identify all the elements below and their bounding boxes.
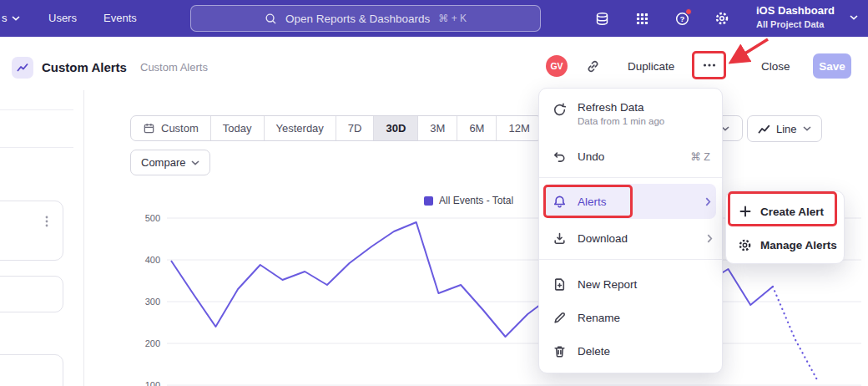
range-3m[interactable]: 3M: [418, 116, 457, 140]
svg-text:500: 500: [145, 213, 160, 223]
range-7d[interactable]: 7D: [336, 116, 375, 140]
submenu-item-create-alert[interactable]: Create Alert: [726, 196, 844, 226]
chevron-down-icon: [12, 16, 20, 21]
chart-type-label: Line: [776, 123, 797, 135]
compare-button[interactable]: Compare: [130, 150, 210, 175]
kebab-icon[interactable]: [41, 215, 53, 228]
menu-item-download[interactable]: Download: [539, 222, 722, 254]
notification-dot: [685, 8, 692, 15]
gear-icon: [738, 238, 752, 252]
duplicate-button[interactable]: Duplicate: [628, 60, 674, 73]
menu-item-new-report[interactable]: New Report: [539, 268, 722, 300]
compare-label: Compare: [141, 156, 185, 169]
sidebar-card[interactable]: [0, 201, 63, 261]
nav-partial-label: s: [2, 12, 8, 24]
svg-text:?: ?: [679, 13, 684, 23]
menu-sublabel: Data from 1 min ago: [578, 116, 664, 126]
range-30d[interactable]: 30D: [374, 116, 418, 140]
menu-item-delete[interactable]: Delete: [539, 335, 722, 367]
menu-item-alerts[interactable]: Alerts: [545, 184, 716, 219]
submenu-label: Manage Alerts: [760, 239, 837, 251]
search-icon: [265, 13, 277, 25]
menu-divider: [539, 259, 722, 260]
nav-icon-group: ?: [594, 11, 729, 26]
plus-icon: [738, 205, 752, 219]
top-navbar: s Users Events Open Reports & Dashboards…: [0, 0, 868, 37]
nav-item-partial[interactable]: s: [2, 12, 20, 24]
menu-label: New Report: [578, 278, 637, 291]
link-icon[interactable]: [586, 59, 600, 74]
svg-text:100: 100: [145, 380, 160, 386]
new-report-icon: [553, 277, 567, 292]
data-icon[interactable]: [594, 11, 609, 26]
range-6m[interactable]: 6M: [457, 116, 497, 140]
nav-item-users[interactable]: Users: [48, 12, 77, 24]
chart-type-button[interactable]: Line: [747, 115, 822, 142]
chevron-down-icon: [850, 15, 858, 20]
avatar[interactable]: GV: [546, 55, 568, 77]
chevron-right-icon: [705, 197, 711, 206]
menu-divider: [539, 177, 722, 178]
pencil-icon: [553, 311, 567, 325]
menu-item-rename[interactable]: Rename: [539, 302, 722, 333]
more-options-button[interactable]: [695, 53, 723, 77]
project-name: iOS Dashboard: [756, 4, 860, 17]
menu-label: Undo: [578, 150, 604, 163]
alerts-submenu: Create Alert Manage Alerts: [725, 190, 845, 264]
menu-label: Download: [578, 232, 628, 245]
range-today[interactable]: Today: [211, 116, 265, 140]
page-title: Custom Alerts: [42, 60, 127, 74]
submenu-item-manage-alerts[interactable]: Manage Alerts: [726, 230, 844, 260]
sidebar-card[interactable]: [0, 354, 63, 386]
chevron-right-icon: [707, 234, 713, 243]
nav-item-events[interactable]: Events: [103, 12, 137, 24]
range-yesterday[interactable]: Yesterday: [265, 116, 336, 140]
gear-icon[interactable]: [714, 11, 729, 26]
menu-item-refresh-data[interactable]: Refresh Data Data from 1 min ago: [539, 95, 722, 135]
undo-icon: [553, 150, 567, 164]
report-header: Custom Alerts Custom Alerts GV Duplicate…: [0, 37, 868, 90]
breadcrumb: Custom Alerts: [140, 61, 208, 74]
svg-text:400: 400: [145, 255, 160, 265]
range-custom[interactable]: Custom: [131, 116, 211, 140]
line-chart-icon: [758, 124, 770, 135]
calendar-icon: [143, 122, 155, 135]
project-scope: All Project Data: [756, 19, 860, 29]
menu-label: Rename: [578, 312, 620, 324]
menu-item-undo[interactable]: Undo ⌘ Z: [539, 140, 722, 172]
range-label: Custom: [161, 122, 199, 135]
svg-text:200: 200: [145, 338, 160, 348]
range-12m[interactable]: 12M: [497, 116, 541, 140]
apps-grid-icon[interactable]: [634, 11, 649, 26]
sidebar-row-divider: [0, 147, 73, 148]
bell-icon: [553, 195, 567, 209]
sidebar-row-divider: [0, 109, 73, 110]
app-window: s Users Events Open Reports & Dashboards…: [0, 0, 868, 386]
menu-label: Alerts: [578, 196, 607, 208]
download-icon: [553, 231, 567, 246]
menu-shortcut: ⌘ Z: [690, 150, 710, 163]
refresh-icon: [553, 103, 567, 117]
more-options-menu: Refresh Data Data from 1 min ago Undo ⌘ …: [538, 88, 723, 373]
submenu-label: Create Alert: [760, 206, 824, 218]
menu-label: Delete: [578, 345, 610, 358]
menu-label: Refresh Data: [578, 101, 664, 114]
search-placeholder: Open Reports & Dashboards: [285, 13, 430, 25]
trash-icon: [553, 344, 567, 358]
chevron-down-icon: [803, 126, 811, 131]
global-search[interactable]: Open Reports & Dashboards ⌘ + K: [190, 5, 541, 32]
project-switcher[interactable]: iOS Dashboard All Project Data: [756, 4, 860, 29]
svg-text:300: 300: [145, 297, 160, 307]
report-icon: [12, 57, 33, 79]
close-button[interactable]: Close: [761, 60, 790, 73]
search-shortcut: ⌘ + K: [438, 13, 467, 24]
help-icon[interactable]: ?: [674, 11, 689, 26]
date-range-control: Custom Today Yesterday 7D 30D 3M 6M 12M: [130, 115, 542, 141]
chevron-down-icon: [191, 160, 199, 165]
sidebar-card[interactable]: [0, 276, 63, 312]
ellipsis-icon: [702, 58, 717, 72]
save-button[interactable]: Save: [813, 53, 851, 79]
